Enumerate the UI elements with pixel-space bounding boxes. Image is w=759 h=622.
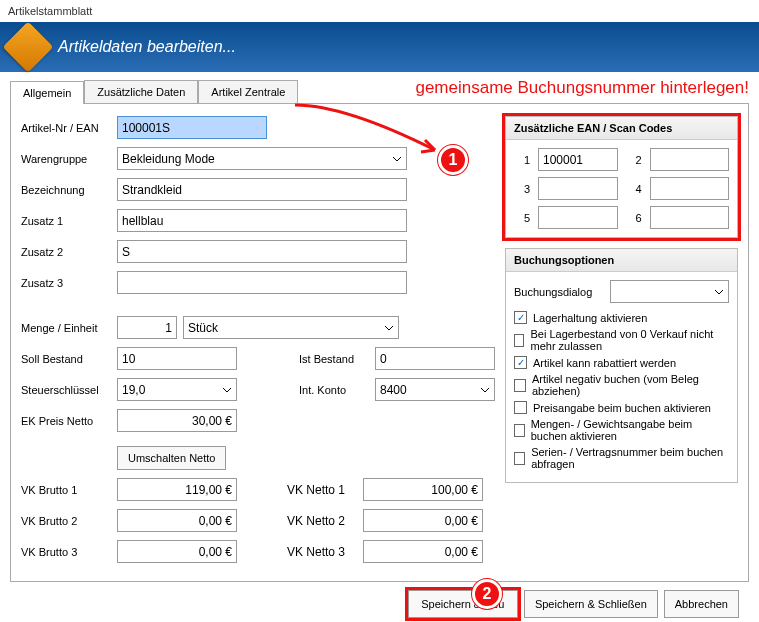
ean-num-2: 2: [626, 154, 642, 166]
chk-serien[interactable]: [514, 452, 525, 465]
label-buchungsdialog: Buchungsdialog: [514, 286, 604, 298]
ean-3-input[interactable]: [538, 177, 618, 200]
soll-bestand-input[interactable]: [117, 347, 237, 370]
tab-artikel-zentrale[interactable]: Artikel Zentrale: [198, 80, 298, 103]
vk-netto-2-input: [363, 509, 483, 532]
chk-negativ-label: Artikel negativ buchen (vom Beleg abzieh…: [532, 373, 729, 397]
tab-allgemein[interactable]: Allgemein: [10, 81, 84, 104]
buchungsdialog-select[interactable]: [610, 280, 729, 303]
label-vkn3: VK Netto 3: [287, 545, 357, 559]
label-vkn1: VK Netto 1: [287, 483, 357, 497]
konto-select[interactable]: 8400: [375, 378, 495, 401]
einheit-select[interactable]: Stück: [183, 316, 399, 339]
label-ek: EK Preis Netto: [21, 415, 111, 427]
label-vkb2: VK Brutto 2: [21, 515, 111, 527]
options-group: Buchungsoptionen Buchungsdialog ✓Lagerha…: [505, 248, 738, 483]
ean-num-1: 1: [514, 154, 530, 166]
vk-brutto-2-input[interactable]: [117, 509, 237, 532]
label-zusatz1: Zusatz 1: [21, 215, 111, 227]
ean-6-input[interactable]: [650, 206, 730, 229]
artikelnr-input[interactable]: [117, 116, 267, 139]
ean-2-input[interactable]: [650, 148, 730, 171]
app-logo-icon: [3, 22, 54, 73]
chk-preisangabe-label: Preisangabe beim buchen aktivieren: [533, 402, 711, 414]
chk-rabattiert-label: Artikel kann rabattiert werden: [533, 357, 676, 369]
callout-1-icon: 1: [438, 145, 468, 175]
zusatz2-input[interactable]: [117, 240, 407, 263]
ean-1-input[interactable]: [538, 148, 618, 171]
vk-brutto-3-input[interactable]: [117, 540, 237, 563]
warengruppe-select[interactable]: Bekleidung Mode: [117, 147, 407, 170]
cancel-button[interactable]: Abbrechen: [664, 590, 739, 618]
ean-num-3: 3: [514, 183, 530, 195]
options-group-title: Buchungsoptionen: [506, 249, 737, 272]
ean-num-6: 6: [626, 212, 642, 224]
label-menge: Menge / Einheit: [21, 322, 111, 334]
label-warengruppe: Warengruppe: [21, 153, 111, 165]
chk-preisangabe[interactable]: [514, 401, 527, 414]
label-artikelnr: Artikel-Nr / EAN: [21, 122, 111, 134]
save-close-button[interactable]: Speichern & Schließen: [524, 590, 658, 618]
label-vkb3: VK Brutto 3: [21, 546, 111, 558]
label-konto: Int. Konto: [299, 384, 369, 396]
ean-num-4: 4: [626, 183, 642, 195]
dialog-heading: Artikeldaten bearbeiten...: [58, 38, 236, 56]
vk-netto-3-input: [363, 540, 483, 563]
chk-lagerbestand-0[interactable]: [514, 334, 524, 347]
ean-group-title: Zusätzliche EAN / Scan Codes: [506, 117, 737, 140]
chk-lagerhaltung[interactable]: ✓: [514, 311, 527, 324]
label-zusatz3: Zusatz 3: [21, 277, 111, 289]
zusatz3-input[interactable]: [117, 271, 407, 294]
label-zusatz2: Zusatz 2: [21, 246, 111, 258]
steuer-select[interactable]: 19,0: [117, 378, 237, 401]
chk-negativ[interactable]: [514, 379, 526, 392]
chk-mengen[interactable]: [514, 424, 525, 437]
ist-bestand-input: [375, 347, 495, 370]
ean-5-input[interactable]: [538, 206, 618, 229]
vk-brutto-1-input[interactable]: [117, 478, 237, 501]
chk-lagerhaltung-label: Lagerhaltung aktivieren: [533, 312, 647, 324]
label-steuer: Steuerschlüssel: [21, 384, 111, 396]
bezeichnung-input[interactable]: [117, 178, 407, 201]
label-vkn2: VK Netto 2: [287, 514, 357, 528]
ek-preis-input[interactable]: [117, 409, 237, 432]
tab-bar: Allgemein Zusätzliche Daten Artikel Zent…: [10, 80, 749, 104]
footer-buttons: Speichern & Neu Speichern & Schließen Ab…: [10, 582, 749, 618]
window-title: Artikelstammblatt: [0, 0, 759, 22]
chk-lagerbestand-0-label: Bei Lagerbestand von 0 Verkauf nicht meh…: [530, 328, 729, 352]
header-band: Artikeldaten bearbeiten...: [0, 22, 759, 72]
ean-group: Zusätzliche EAN / Scan Codes 1 2 3 4 5 6: [505, 116, 738, 238]
label-bezeichnung: Bezeichnung: [21, 184, 111, 196]
chk-mengen-label: Mengen- / Gewichtsangabe beim buchen akt…: [531, 418, 729, 442]
vk-netto-1-input: [363, 478, 483, 501]
chk-rabattiert[interactable]: ✓: [514, 356, 527, 369]
label-vkb1: VK Brutto 1: [21, 484, 111, 496]
umschalten-button[interactable]: Umschalten Netto: [117, 446, 226, 470]
menge-input: [117, 316, 177, 339]
right-column: Zusätzliche EAN / Scan Codes 1 2 3 4 5 6: [505, 116, 738, 569]
label-soll: Soll Bestand: [21, 353, 111, 365]
chk-serien-label: Serien- / Vertragsnummer beim buchen abf…: [531, 446, 729, 470]
annotation-text: gemeinsame Buchungsnummer hinterlegen!: [415, 78, 749, 98]
left-column: Artikel-Nr / EAN Warengruppe Bekleidung …: [21, 116, 495, 569]
ean-4-input[interactable]: [650, 177, 730, 200]
zusatz1-input[interactable]: [117, 209, 407, 232]
ean-num-5: 5: [514, 212, 530, 224]
callout-2-icon: 2: [472, 579, 502, 609]
label-ist: Ist Bestand: [299, 353, 369, 365]
tab-zusaetzliche-daten[interactable]: Zusätzliche Daten: [84, 80, 198, 103]
